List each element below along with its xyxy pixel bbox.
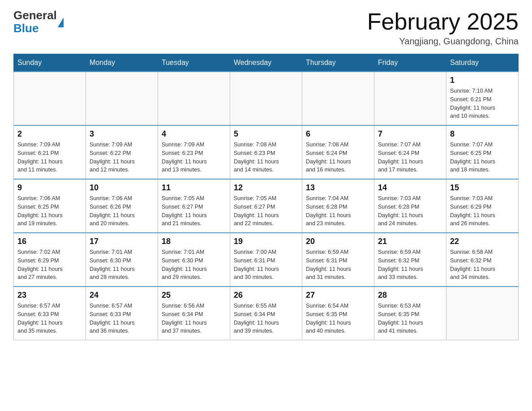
day-number: 8 xyxy=(450,129,515,139)
day-number: 23 xyxy=(17,291,82,300)
calendar-day-cell: 26Sunrise: 6:55 AMSunset: 6:34 PMDayligh… xyxy=(230,287,302,340)
day-info: Sunrise: 7:08 AMSunset: 6:24 PMDaylight:… xyxy=(306,141,370,174)
location-text: Yangjiang, Guangdong, China xyxy=(367,36,519,47)
month-title: February 2025 xyxy=(367,9,519,34)
day-number: 14 xyxy=(378,183,442,193)
calendar-day-cell: 3Sunrise: 7:09 AMSunset: 6:22 PMDaylight… xyxy=(86,125,158,179)
day-number: 11 xyxy=(162,183,226,193)
day-number: 9 xyxy=(17,183,82,193)
calendar-day-cell xyxy=(158,72,230,125)
day-number: 21 xyxy=(378,237,442,246)
day-info: Sunrise: 6:57 AMSunset: 6:33 PMDaylight:… xyxy=(17,302,82,335)
calendar-day-cell: 24Sunrise: 6:57 AMSunset: 6:33 PMDayligh… xyxy=(86,287,158,340)
day-number: 18 xyxy=(162,237,226,246)
calendar-day-cell: 27Sunrise: 6:54 AMSunset: 6:35 PMDayligh… xyxy=(302,287,374,340)
day-info: Sunrise: 7:09 AMSunset: 6:21 PMDaylight:… xyxy=(17,141,82,174)
logo-blue-text: Blue xyxy=(13,22,57,35)
day-info: Sunrise: 6:58 AMSunset: 6:32 PMDaylight:… xyxy=(450,248,515,282)
day-info: Sunrise: 7:06 AMSunset: 6:26 PMDaylight:… xyxy=(90,194,154,228)
day-info: Sunrise: 7:06 AMSunset: 6:25 PMDaylight:… xyxy=(17,194,82,228)
calendar-day-cell: 8Sunrise: 7:07 AMSunset: 6:25 PMDaylight… xyxy=(446,125,519,179)
calendar-day-cell: 13Sunrise: 7:04 AMSunset: 6:28 PMDayligh… xyxy=(302,179,374,233)
day-number: 17 xyxy=(90,237,154,246)
calendar-day-cell: 5Sunrise: 7:08 AMSunset: 6:23 PMDaylight… xyxy=(230,125,302,179)
day-number: 2 xyxy=(17,129,82,139)
day-info: Sunrise: 7:00 AMSunset: 6:31 PMDaylight:… xyxy=(234,248,298,282)
day-info: Sunrise: 7:04 AMSunset: 6:28 PMDaylight:… xyxy=(306,194,370,228)
day-number: 12 xyxy=(234,183,298,193)
title-section: February 2025 Yangjiang, Guangdong, Chin… xyxy=(367,9,519,47)
calendar-day-cell: 6Sunrise: 7:08 AMSunset: 6:24 PMDaylight… xyxy=(302,125,374,179)
calendar-day-header: Thursday xyxy=(302,54,374,72)
calendar-day-cell: 12Sunrise: 7:05 AMSunset: 6:27 PMDayligh… xyxy=(230,179,302,233)
day-info: Sunrise: 7:08 AMSunset: 6:23 PMDaylight:… xyxy=(234,141,298,174)
calendar-day-cell: 22Sunrise: 6:58 AMSunset: 6:32 PMDayligh… xyxy=(446,233,519,287)
day-info: Sunrise: 7:01 AMSunset: 6:30 PMDaylight:… xyxy=(162,248,226,282)
day-info: Sunrise: 7:02 AMSunset: 6:29 PMDaylight:… xyxy=(17,248,82,282)
day-number: 27 xyxy=(306,291,370,300)
calendar-day-cell: 28Sunrise: 6:53 AMSunset: 6:35 PMDayligh… xyxy=(374,287,446,340)
day-info: Sunrise: 7:01 AMSunset: 6:30 PMDaylight:… xyxy=(90,248,154,282)
day-info: Sunrise: 7:03 AMSunset: 6:29 PMDaylight:… xyxy=(450,194,515,228)
day-number: 5 xyxy=(234,129,298,139)
logo-triangle-icon xyxy=(58,17,64,27)
calendar-day-header: Sunday xyxy=(14,54,86,72)
day-number: 24 xyxy=(90,291,154,300)
calendar-week-row: 2Sunrise: 7:09 AMSunset: 6:21 PMDaylight… xyxy=(14,125,519,179)
calendar-day-cell: 4Sunrise: 7:09 AMSunset: 6:23 PMDaylight… xyxy=(158,125,230,179)
day-info: Sunrise: 6:53 AMSunset: 6:35 PMDaylight:… xyxy=(378,302,442,335)
day-info: Sunrise: 6:59 AMSunset: 6:31 PMDaylight:… xyxy=(306,248,370,282)
calendar-day-header: Friday xyxy=(374,54,446,72)
day-info: Sunrise: 7:07 AMSunset: 6:24 PMDaylight:… xyxy=(378,141,442,174)
day-info: Sunrise: 6:55 AMSunset: 6:34 PMDaylight:… xyxy=(234,302,298,335)
calendar-day-cell xyxy=(446,287,519,340)
calendar-day-cell: 9Sunrise: 7:06 AMSunset: 6:25 PMDaylight… xyxy=(14,179,86,233)
day-number: 7 xyxy=(378,129,442,139)
calendar-day-header: Saturday xyxy=(446,54,519,72)
calendar-day-cell xyxy=(374,72,446,125)
day-info: Sunrise: 7:09 AMSunset: 6:23 PMDaylight:… xyxy=(162,141,226,174)
page-header: General Blue February 2025 Yangjiang, Gu… xyxy=(13,9,519,47)
day-number: 13 xyxy=(306,183,370,193)
calendar-day-header: Monday xyxy=(86,54,158,72)
calendar-day-cell: 19Sunrise: 7:00 AMSunset: 6:31 PMDayligh… xyxy=(230,233,302,287)
day-number: 20 xyxy=(306,237,370,246)
day-number: 22 xyxy=(450,237,515,246)
calendar-day-header: Tuesday xyxy=(158,54,230,72)
calendar-day-cell xyxy=(14,72,86,125)
day-number: 6 xyxy=(306,129,370,139)
day-number: 4 xyxy=(162,129,226,139)
calendar-week-row: 9Sunrise: 7:06 AMSunset: 6:25 PMDaylight… xyxy=(14,179,519,233)
calendar-header-row: SundayMondayTuesdayWednesdayThursdayFrid… xyxy=(14,54,519,72)
day-number: 3 xyxy=(90,129,154,139)
calendar-week-row: 16Sunrise: 7:02 AMSunset: 6:29 PMDayligh… xyxy=(14,233,519,287)
calendar-day-cell: 14Sunrise: 7:03 AMSunset: 6:28 PMDayligh… xyxy=(374,179,446,233)
day-number: 15 xyxy=(450,183,515,193)
day-info: Sunrise: 7:05 AMSunset: 6:27 PMDaylight:… xyxy=(234,194,298,228)
day-info: Sunrise: 6:59 AMSunset: 6:32 PMDaylight:… xyxy=(378,248,442,282)
logo-icon: General Blue xyxy=(13,9,64,34)
calendar-day-cell: 15Sunrise: 7:03 AMSunset: 6:29 PMDayligh… xyxy=(446,179,519,233)
calendar-week-row: 23Sunrise: 6:57 AMSunset: 6:33 PMDayligh… xyxy=(14,287,519,340)
day-number: 28 xyxy=(378,291,442,300)
calendar-day-cell: 7Sunrise: 7:07 AMSunset: 6:24 PMDaylight… xyxy=(374,125,446,179)
day-number: 16 xyxy=(17,237,82,246)
day-number: 1 xyxy=(450,76,515,85)
day-number: 26 xyxy=(234,291,298,300)
calendar-day-cell: 11Sunrise: 7:05 AMSunset: 6:27 PMDayligh… xyxy=(158,179,230,233)
calendar-day-cell: 1Sunrise: 7:10 AMSunset: 6:21 PMDaylight… xyxy=(446,72,519,125)
calendar-day-cell: 25Sunrise: 6:56 AMSunset: 6:34 PMDayligh… xyxy=(158,287,230,340)
calendar-table: SundayMondayTuesdayWednesdayThursdayFrid… xyxy=(13,54,519,340)
day-info: Sunrise: 7:07 AMSunset: 6:25 PMDaylight:… xyxy=(450,141,515,174)
day-info: Sunrise: 7:10 AMSunset: 6:21 PMDaylight:… xyxy=(450,87,515,120)
calendar-week-row: 1Sunrise: 7:10 AMSunset: 6:21 PMDaylight… xyxy=(14,72,519,125)
day-info: Sunrise: 7:03 AMSunset: 6:28 PMDaylight:… xyxy=(378,194,442,228)
logo: General Blue xyxy=(13,9,64,34)
day-info: Sunrise: 6:56 AMSunset: 6:34 PMDaylight:… xyxy=(162,302,226,335)
calendar-day-header: Wednesday xyxy=(230,54,302,72)
day-info: Sunrise: 7:05 AMSunset: 6:27 PMDaylight:… xyxy=(162,194,226,228)
day-info: Sunrise: 6:54 AMSunset: 6:35 PMDaylight:… xyxy=(306,302,370,335)
calendar-day-cell: 16Sunrise: 7:02 AMSunset: 6:29 PMDayligh… xyxy=(14,233,86,287)
calendar-day-cell: 23Sunrise: 6:57 AMSunset: 6:33 PMDayligh… xyxy=(14,287,86,340)
day-number: 25 xyxy=(162,291,226,300)
